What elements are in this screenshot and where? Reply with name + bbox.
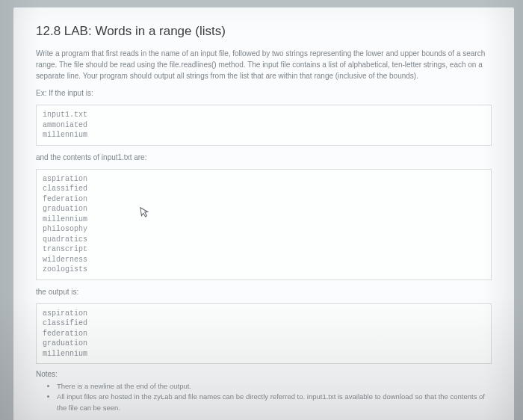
notes-heading: Notes: — [36, 370, 492, 378]
note-item-1: There is a newline at the end of the out… — [57, 381, 492, 392]
note-item-2: All input files are hosted in the zyLab … — [57, 392, 492, 413]
lab-title: 12.8 LAB: Words in a range (lists) — [36, 24, 492, 39]
lab-description: Write a program that first reads in the … — [36, 48, 492, 81]
page-container: 12.8 LAB: Words in a range (lists) Write… — [13, 7, 514, 420]
output-label: the output is: — [36, 286, 492, 297]
example-input-code: input1.txt ammoniated millennium — [36, 105, 492, 146]
notes-list: There is a newline at the end of the out… — [36, 381, 492, 413]
file-contents-label: and the contents of input1.txt are: — [36, 152, 492, 163]
example-input-label: Ex: If the input is: — [36, 87, 492, 99]
file-contents-code: aspiration classified federation graduat… — [36, 169, 492, 280]
output-code: aspiration classified federation graduat… — [36, 303, 492, 365]
